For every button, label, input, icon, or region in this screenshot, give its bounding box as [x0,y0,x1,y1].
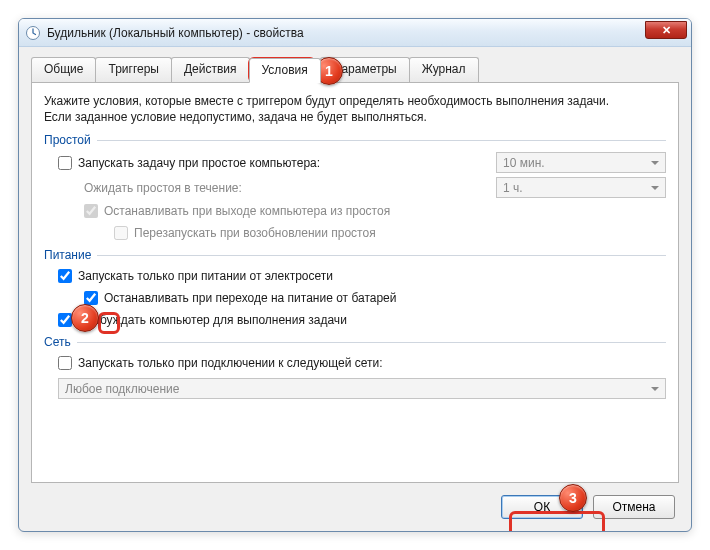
tab-actions[interactable]: Действия [171,57,250,82]
group-network: Сеть [44,335,666,349]
cancel-button[interactable]: Отмена [593,495,675,519]
description: Укажите условия, которые вместе с тригге… [44,93,666,125]
tab-strip: Общие Триггеры Действия Условия Параметр… [31,57,679,83]
lbl-restart-if-idle: Перезапускать при возобновлении простоя [134,226,376,240]
titlebar[interactable]: Будильник (Локальный компьютер) - свойст… [19,19,691,47]
tab-triggers[interactable]: Триггеры [95,57,172,82]
close-icon: ✕ [662,24,671,37]
lbl-only-on-ac: Запускать только при питании от электрос… [78,269,333,283]
cb-only-on-ac[interactable] [58,269,72,283]
window-title: Будильник (Локальный компьютер) - свойст… [47,26,304,40]
lbl-start-if-idle: Запускать задачу при простое компьютера: [78,156,320,170]
desc-line-2: Если заданное условие недопустимо, задач… [44,110,427,124]
tab-general[interactable]: Общие [31,57,96,82]
cb-stop-if-not-idle [84,204,98,218]
lbl-stop-if-not-idle: Останавливать при выходе компьютера из п… [104,204,390,218]
lbl-only-if-network: Запускать только при подключении к следу… [78,356,383,370]
tab-parameters[interactable]: Параметры [320,57,410,82]
close-button[interactable]: ✕ [645,21,687,39]
tab-journal[interactable]: Журнал [409,57,479,82]
lbl-wait-idle: Ожидать простоя в течение: [84,181,242,195]
combo-idle-duration: 10 мин. [496,152,666,173]
lbl-stop-on-battery: Останавливать при переходе на питание от… [104,291,397,305]
group-idle-label: Простой [44,133,91,147]
clock-icon [25,25,41,41]
cb-restart-if-idle [114,226,128,240]
group-power: Питание [44,248,666,262]
group-network-label: Сеть [44,335,71,349]
cb-start-if-idle[interactable] [58,156,72,170]
group-idle: Простой [44,133,666,147]
tab-conditions[interactable]: Условия [249,58,321,83]
cb-wake-to-run[interactable] [58,313,72,327]
button-bar: ОК Отмена [501,495,675,519]
combo-wait-idle: 1 ч. [496,177,666,198]
properties-dialog: Будильник (Локальный компьютер) - свойст… [18,18,692,532]
tab-content-conditions: Укажите условия, которые вместе с тригге… [31,83,679,483]
lbl-wake-to-run: Пробуждать компьютер для выполнения зада… [78,313,347,327]
ok-button[interactable]: ОК [501,495,583,519]
group-power-label: Питание [44,248,91,262]
combo-network: Любое подключение [58,378,666,399]
cb-only-if-network[interactable] [58,356,72,370]
cb-stop-on-battery[interactable] [84,291,98,305]
desc-line-1: Укажите условия, которые вместе с тригге… [44,94,609,108]
